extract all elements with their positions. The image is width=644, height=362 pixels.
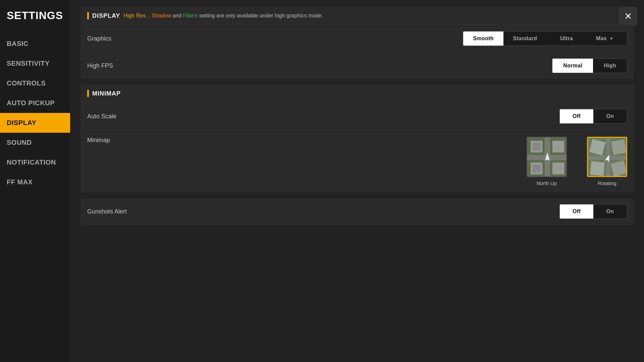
svg-rect-8 [532,164,541,173]
auto-scale-toggle-group: Off On [559,109,627,124]
minimap-section: MINIMAP Auto Scale Off On Minimap [80,84,634,193]
sidebar-item-label: BASIC [7,40,29,47]
gunshots-toggle-group: Off On [559,204,627,219]
graphics-row: Graphics Smooth Standard Ultra Max ▼ [80,25,634,52]
app-title: SETTINGS [0,0,70,34]
graphics-toggle-group: Smooth Standard Ultra Max ▼ [463,31,627,46]
fps-high-btn[interactable]: High [593,59,627,73]
svg-rect-16 [611,139,627,155]
gunshots-on-btn[interactable]: On [593,204,627,219]
main-content: ✕ DISPLAY High Res. , Shadow and Filters… [70,0,644,362]
graphics-standard-btn[interactable]: Standard [503,32,546,46]
graphics-smooth-btn[interactable]: Smooth [463,32,503,46]
north-up-svg [527,137,567,177]
separator1: , [147,13,152,18]
minimap-north-up-caption: North Up [537,180,557,186]
svg-rect-4 [532,142,541,151]
display-section: DISPLAY High Res. , Shadow and Filters s… [80,7,634,79]
minimap-label: Minimap [87,137,527,144]
sidebar-item-label: DISPLAY [7,119,36,126]
high-fps-toggle-group: Normal High [552,58,627,73]
sidebar-item-label: FF MAX [7,178,33,186]
graphics-max-btn[interactable]: Max ▼ [587,32,627,46]
minimap-row: Minimap [80,130,634,193]
sidebar-item-label: AUTO PICKUP [7,99,55,107]
sidebar-item-label: SENSITIVITY [7,60,50,67]
high-fps-label: High FPS [87,62,552,69]
sidebar-item-controls[interactable]: CONTROLS [0,73,70,93]
sidebar-item-display[interactable]: DISPLAY [0,113,70,133]
graphics-label: Graphics [87,35,463,42]
svg-rect-10 [554,164,562,173]
minimap-section-title: MINIMAP [92,90,121,97]
fps-normal-btn[interactable]: Normal [552,59,593,73]
filters-text: Filters [183,13,198,18]
svg-rect-17 [590,161,604,176]
gunshots-section: Gunshots Alert Off On [80,198,634,225]
auto-scale-on-btn[interactable]: On [593,109,627,123]
gunshots-label: Gunshots Alert [87,208,559,215]
display-section-title: DISPLAY [92,12,120,19]
minimap-north-up-img [527,137,567,177]
section-bar-icon [87,90,89,97]
suffix-text: setting are only available under high gr… [198,13,323,18]
minimap-rotating-img [587,137,627,177]
rotating-svg [588,138,627,177]
sidebar-item-label: NOTIFICATION [7,159,56,166]
minimap-section-header: MINIMAP [80,84,634,103]
display-section-header: DISPLAY High Res. , Shadow and Filters s… [80,7,634,25]
shadow-text: Shadow [152,13,171,18]
minimap-rotating-caption: Rotating [598,180,616,186]
sidebar-item-notification[interactable]: NOTIFICATION [0,153,70,172]
and-text: and [171,13,183,18]
minimap-rotating-option[interactable]: Rotating [587,137,627,186]
sidebar-item-sound[interactable]: SOUND [0,133,70,153]
svg-rect-6 [554,142,562,151]
minimap-options: North Up [527,137,627,186]
gunshots-off-btn[interactable]: Off [560,204,593,219]
sidebar-item-label: CONTROLS [7,79,46,87]
sidebar-item-sensitivity[interactable]: SENSITIVITY [0,54,70,73]
high-fps-row: High FPS Normal High [80,52,634,79]
gunshots-row: Gunshots Alert Off On [80,198,634,225]
section-bar-icon [87,12,89,19]
auto-scale-row: Auto Scale Off On [80,103,634,130]
graphics-ultra-btn[interactable]: Ultra [546,32,587,46]
sidebar-item-basic[interactable]: BASIC [0,34,70,54]
sidebar-item-auto-pickup[interactable]: AUTO PICKUP [0,93,70,113]
sidebar: SETTINGS BASIC SENSITIVITY CONTROLS AUTO… [0,0,70,362]
minimap-north-up-option[interactable]: North Up [527,137,567,186]
auto-scale-off-btn[interactable]: Off [560,109,593,123]
auto-scale-label: Auto Scale [87,113,559,120]
display-subtitle: High Res. , Shadow and Filters setting a… [123,13,323,19]
high-res-text: High Res. [123,13,147,18]
sidebar-item-ff-max[interactable]: FF MAX [0,172,70,192]
chevron-down-icon: ▼ [609,36,613,41]
close-button[interactable]: ✕ [619,7,637,25]
sidebar-item-label: SOUND [7,139,32,146]
